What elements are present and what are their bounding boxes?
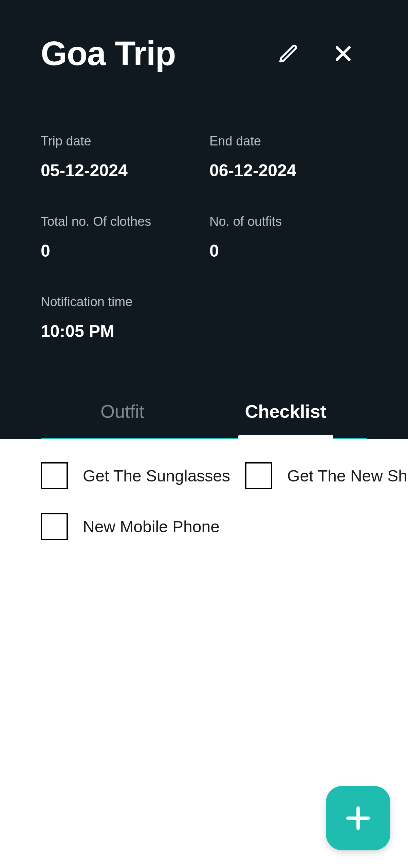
checklist-content: Get The Sunglasses Get The New Shows New… [0,439,408,563]
add-button[interactable] [326,786,390,850]
total-clothes-value: 0 [41,241,199,261]
trip-info-grid: Trip date 05-12-2024 End date 06-12-2024… [41,134,367,341]
notification-value: 10:05 PM [41,321,199,341]
notification-label: Notification time [41,295,199,309]
pencil-icon [278,43,299,64]
outfits-label: No. of outfits [209,214,367,229]
trip-date-value: 05-12-2024 [41,161,199,180]
close-button[interactable] [333,43,354,64]
tab-outfit[interactable]: Outfit [41,389,204,438]
tab-checklist[interactable]: Checklist [204,389,367,438]
total-clothes-label: Total no. Of clothes [41,214,199,229]
edit-button[interactable] [278,43,299,64]
tab-bar: Outfit Checklist [41,389,367,439]
checklist-row: Get The Sunglasses Get The New Shows [41,462,367,489]
checkbox[interactable] [41,462,68,489]
trip-date-block: Trip date 05-12-2024 [41,134,199,180]
plus-icon [343,803,373,833]
list-item: New Mobile Phone [41,513,367,540]
header-actions [278,43,367,64]
outfits-value: 0 [209,241,367,261]
list-item: Get The New Shows [245,462,408,489]
checklist-item-label: New Mobile Phone [83,517,220,536]
end-date-block: End date 06-12-2024 [209,134,367,180]
checkbox[interactable] [41,513,68,540]
outfits-block: No. of outfits 0 [209,214,367,261]
total-clothes-block: Total no. Of clothes 0 [41,214,199,261]
end-date-value: 06-12-2024 [209,161,367,180]
checkbox[interactable] [245,462,272,489]
header-panel: Goa Trip Trip date 05-12-2024 End date 0… [0,0,408,439]
notification-block: Notification time 10:05 PM [41,295,199,341]
trip-date-label: Trip date [41,134,199,149]
close-icon [333,43,354,64]
title-row: Goa Trip [41,34,367,73]
checklist-item-label: Get The New Shows [287,467,408,485]
page-title: Goa Trip [41,34,176,73]
end-date-label: End date [209,134,367,149]
checklist-item-label: Get The Sunglasses [83,467,230,485]
list-item: Get The Sunglasses [41,462,230,489]
